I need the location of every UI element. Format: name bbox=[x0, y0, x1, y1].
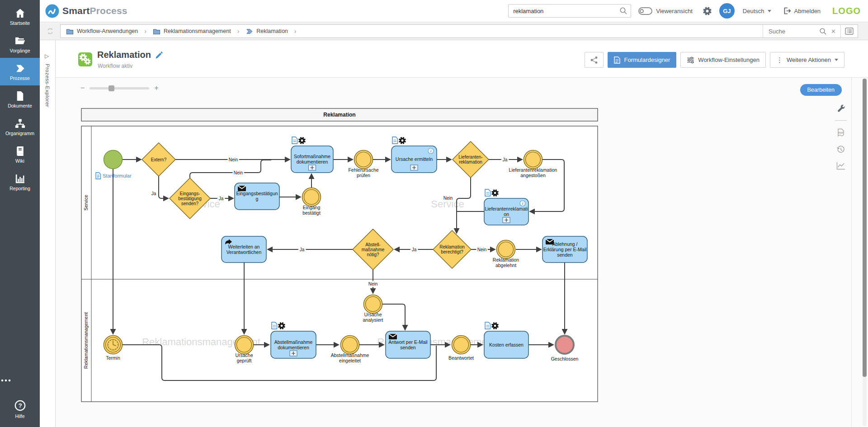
zoom-slider-handle[interactable] bbox=[108, 85, 114, 91]
statistics-chart-button[interactable] bbox=[836, 162, 845, 170]
sidebar: StartseiteVorgängeProzesseDokumenteOrgan… bbox=[0, 0, 40, 427]
bpmn-event-ursache-analysiert[interactable]: Ursacheanalysiert bbox=[363, 295, 383, 323]
prozess-explorer-panel: ▷ Prozess-Explorer bbox=[40, 40, 56, 427]
breadcrumb-item-reklamation[interactable]: Reklamation bbox=[245, 28, 288, 35]
svg-text:Ursachegeprüft: Ursachegeprüft bbox=[235, 352, 253, 363]
viewer-toggle[interactable]: Vieweransicht bbox=[638, 7, 693, 15]
app-logo[interactable]: SmartProcess bbox=[45, 4, 127, 18]
form-document-icon bbox=[614, 56, 620, 64]
language-selector[interactable]: Deutsch bbox=[743, 8, 771, 14]
toggle-off-icon bbox=[638, 7, 652, 15]
page-header: Reklamation Workflow aktiv Formulardesig… bbox=[56, 40, 868, 77]
share-button[interactable] bbox=[585, 52, 604, 68]
clear-search-icon[interactable]: ✕ bbox=[831, 28, 836, 35]
breadcrumb-label: Reklamation bbox=[256, 28, 288, 34]
bpmn-task-ablehnung-email-senden[interactable]: Ablehnung /Erklärung per E-Mailsenden bbox=[542, 236, 587, 263]
process-arrow-icon bbox=[245, 28, 253, 35]
zoom-in-button[interactable]: + bbox=[154, 84, 158, 92]
document-icon bbox=[14, 90, 26, 102]
process-arrow-icon bbox=[14, 63, 26, 74]
bar-chart-icon bbox=[14, 173, 26, 184]
zoom-out-button[interactable]: − bbox=[80, 84, 85, 92]
logout-button[interactable]: Abmelden bbox=[783, 7, 821, 15]
pdf-export-button[interactable]: PDF bbox=[836, 128, 845, 137]
breadcrumb-item-reklamationsmanagement[interactable]: Reklamationsmanagement bbox=[153, 28, 231, 35]
settings-gear-button[interactable] bbox=[703, 6, 712, 16]
sidebar-item-organigramm[interactable]: Organigramm bbox=[0, 113, 40, 141]
more-actions-label: Weitere Aktionen bbox=[787, 56, 831, 63]
breadcrumb-item-workflowanwendungen[interactable]: Workflow-Anwendungen bbox=[66, 28, 138, 35]
history-button[interactable] bbox=[836, 145, 845, 154]
bpmn-event-termin[interactable]: Termin bbox=[104, 336, 123, 361]
breadcrumb: Workflow-Anwendungen›Reklamationsmanagem… bbox=[61, 28, 763, 35]
book-icon bbox=[14, 145, 26, 157]
sidebar-item-label: Vorgänge bbox=[10, 48, 30, 53]
sidebar-item-reporting[interactable]: Reporting bbox=[0, 168, 40, 196]
bpmn-start-event[interactable] bbox=[104, 150, 123, 169]
more-actions-button[interactable]: ⋮ Weitere Aktionen bbox=[770, 52, 844, 68]
bpmn-task-antwort-email-senden[interactable]: Antwort per E-Mailsenden bbox=[386, 331, 430, 358]
sidebar-more-button[interactable] bbox=[0, 379, 40, 382]
list-view-button[interactable] bbox=[840, 25, 858, 38]
bpmn-diagram: ReklamationServiceReklamationsmanagement… bbox=[56, 78, 868, 427]
sidebar-item-label: Organigramm bbox=[5, 131, 34, 136]
sidebar-item-hilfe[interactable]: ? Hilfe bbox=[0, 399, 40, 419]
ellipsis-icon bbox=[0, 379, 12, 382]
sidebar-item-dokumente[interactable]: Dokumente bbox=[0, 85, 40, 113]
vertical-dots-icon: ⋮ bbox=[776, 56, 783, 63]
sidebar-item-startseite[interactable]: Startseite bbox=[0, 3, 40, 30]
global-search-input[interactable] bbox=[508, 4, 631, 18]
main-content: Reklamation Workflow aktiv Formulardesig… bbox=[56, 40, 868, 427]
svg-text:Reklamationabgelehnt: Reklamationabgelehnt bbox=[493, 257, 519, 268]
sidebar-nav: StartseiteVorgängeProzesseDokumenteOrgan… bbox=[0, 0, 40, 196]
sidebar-item-wiki[interactable]: Wiki bbox=[0, 141, 40, 168]
logout-icon bbox=[783, 7, 791, 15]
refresh-icon bbox=[46, 27, 54, 35]
bpmn-task-weiterleiten-verantwortlichen[interactable]: Weiterleiten anVerantwortlichen bbox=[222, 236, 266, 263]
refresh-button[interactable] bbox=[46, 27, 54, 35]
bpmn-task-eingangsbestaetigung[interactable]: Eingangsbestätigung bbox=[235, 183, 279, 210]
breadcrumb-label: Workflow-Anwendungen bbox=[77, 28, 138, 34]
search-icon[interactable] bbox=[819, 28, 827, 35]
scrollbar-thumb[interactable] bbox=[863, 79, 867, 377]
svg-text:Kosten erfassen: Kosten erfassen bbox=[489, 342, 524, 347]
global-search bbox=[508, 4, 631, 18]
svg-text:Nein: Nein bbox=[477, 247, 487, 252]
topbar: SmartProcess Vieweransicht GJ Deutsch bbox=[40, 0, 868, 22]
explorer-expand-button[interactable]: ▷ bbox=[45, 53, 50, 59]
wrench-button[interactable] bbox=[837, 104, 845, 113]
chevron-separator-icon: › bbox=[144, 28, 146, 35]
svg-text:Lieferanten-reklamation: Lieferanten-reklamation bbox=[458, 155, 482, 164]
diagram-canvas[interactable]: ReklamationServiceReklamationsmanagement… bbox=[56, 77, 868, 427]
svg-text:Startformular: Startformular bbox=[103, 173, 132, 178]
zoom-control: − + bbox=[80, 84, 159, 92]
tree-search-input[interactable] bbox=[768, 28, 815, 35]
formulardesigner-label: Formulardesigner bbox=[624, 56, 670, 63]
bpmn-event-eingang-bestaetigt[interactable]: Eingangbestätigt bbox=[302, 188, 321, 216]
viewer-toggle-label: Vieweransicht bbox=[656, 8, 693, 14]
bearbeiten-button[interactable]: Bearbeiten bbox=[800, 84, 842, 96]
sidebar-item-prozesse[interactable]: Prozesse bbox=[0, 58, 40, 85]
edit-title-pencil-icon[interactable] bbox=[156, 51, 163, 59]
customer-logo: LOGO bbox=[832, 6, 861, 16]
vertical-scrollbar[interactable] bbox=[863, 79, 867, 426]
svg-text:Ursacheanalysiert: Ursacheanalysiert bbox=[363, 312, 383, 323]
sliders-icon bbox=[687, 56, 694, 64]
sidebar-item-vorgnge[interactable]: Vorgänge bbox=[0, 30, 40, 58]
svg-text:Reklamation: Reklamation bbox=[323, 112, 355, 118]
sidebar-item-label: Startseite bbox=[10, 20, 30, 26]
search-icon[interactable] bbox=[619, 7, 627, 15]
formulardesigner-button[interactable]: Formulardesigner bbox=[608, 52, 676, 68]
bpmn-event-ursache-geprueft[interactable]: Ursachegeprüft bbox=[235, 336, 254, 364]
svg-text:Ja: Ja bbox=[300, 247, 305, 252]
list-icon bbox=[845, 28, 854, 35]
svg-text:Ja: Ja bbox=[503, 157, 508, 162]
avatar[interactable]: GJ bbox=[719, 3, 735, 19]
zoom-slider[interactable] bbox=[90, 87, 149, 89]
svg-text:Nein: Nein bbox=[234, 170, 243, 175]
svg-text:Nein: Nein bbox=[443, 196, 453, 201]
diagram-side-tools: PDF bbox=[831, 104, 851, 170]
brand-name-light: Process bbox=[90, 5, 127, 16]
divider bbox=[851, 78, 852, 427]
workflow-settings-button[interactable]: Workflow-Einstellungen bbox=[680, 52, 766, 68]
